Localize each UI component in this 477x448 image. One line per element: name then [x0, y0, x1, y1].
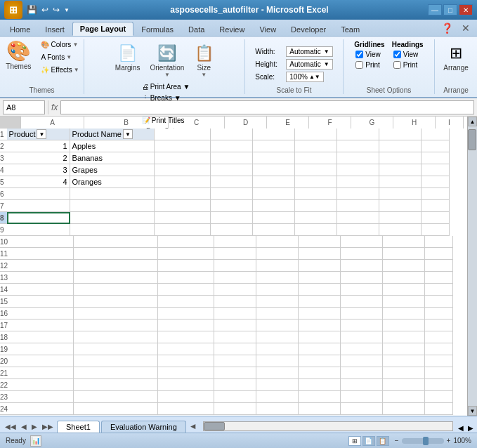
- cell-c23[interactable]: [158, 391, 214, 403]
- cell-d2[interactable]: [211, 140, 253, 152]
- cell-i13[interactable]: [425, 272, 453, 284]
- cell-d14[interactable]: [214, 284, 256, 296]
- cell-f5[interactable]: [295, 176, 337, 188]
- zoom-handle[interactable]: [423, 437, 429, 445]
- zoom-slider[interactable]: [402, 438, 444, 444]
- cell-b19[interactable]: [74, 343, 158, 355]
- cell-a14[interactable]: [11, 284, 74, 296]
- sheet-nav-first[interactable]: ◀◀: [3, 422, 18, 431]
- cell-e7[interactable]: [253, 200, 295, 212]
- cell-b9[interactable]: [70, 224, 155, 236]
- cell-h16[interactable]: [383, 308, 425, 319]
- cell-i2[interactable]: [422, 140, 450, 152]
- cell-e6[interactable]: [253, 188, 295, 200]
- cell-h24[interactable]: [383, 403, 425, 415]
- formula-input[interactable]: [60, 100, 474, 114]
- cell-g20[interactable]: [341, 355, 383, 367]
- cell-a9[interactable]: [7, 224, 70, 236]
- cell-e14[interactable]: [256, 284, 299, 296]
- cell-a3[interactable]: 2: [7, 152, 70, 164]
- cell-f8[interactable]: [295, 212, 337, 224]
- cell-f24[interactable]: [299, 403, 341, 415]
- cell-e18[interactable]: [256, 331, 299, 343]
- cell-c13[interactable]: [158, 272, 214, 284]
- cell-f19[interactable]: [299, 343, 341, 355]
- cell-c12[interactable]: [158, 260, 214, 272]
- cell-h21[interactable]: [383, 367, 425, 379]
- cell-c16[interactable]: [158, 308, 214, 319]
- sheet-nav-next[interactable]: ▶: [30, 422, 39, 431]
- zoom-in-btn[interactable]: +: [447, 437, 451, 444]
- cell-f11[interactable]: [299, 248, 341, 260]
- cell-f7[interactable]: [295, 200, 337, 212]
- cell-g5[interactable]: [337, 176, 379, 188]
- cell-f15[interactable]: [299, 296, 341, 308]
- sheet-nav-last[interactable]: ▶▶: [40, 422, 55, 431]
- cell-c21[interactable]: [158, 367, 214, 379]
- cell-b14[interactable]: [74, 284, 158, 296]
- cell-f12[interactable]: [299, 260, 341, 272]
- cell-e15[interactable]: [256, 296, 299, 308]
- cell-h7[interactable]: [379, 200, 422, 212]
- tab-page-layout[interactable]: Page Layout: [72, 22, 133, 36]
- page-break-view-btn[interactable]: 📋: [377, 436, 389, 446]
- cell-b7[interactable]: [70, 200, 155, 212]
- cell-a1[interactable]: Product ▼: [7, 129, 70, 140]
- orientation-button[interactable]: 🔄 Orientation ▼: [145, 42, 188, 80]
- cell-g17[interactable]: [341, 319, 383, 331]
- cell-a22[interactable]: [11, 379, 74, 391]
- cell-e13[interactable]: [256, 272, 299, 284]
- cell-e17[interactable]: [256, 319, 299, 331]
- cell-h18[interactable]: [383, 331, 425, 343]
- cell-d6[interactable]: [211, 188, 253, 200]
- cell-b17[interactable]: [74, 319, 158, 331]
- close-btn[interactable]: ✕: [459, 4, 473, 15]
- cell-f2[interactable]: [295, 140, 337, 152]
- minimize-btn[interactable]: —: [428, 4, 442, 15]
- cell-e12[interactable]: [256, 260, 299, 272]
- scale-field[interactable]: 100% ▲▼: [286, 72, 323, 82]
- gridlines-print-checkbox[interactable]: [355, 61, 363, 69]
- cell-e20[interactable]: [256, 355, 299, 367]
- cell-e9[interactable]: [253, 224, 295, 236]
- cell-g16[interactable]: [341, 308, 383, 319]
- cell-i7[interactable]: [422, 200, 450, 212]
- cell-a18[interactable]: [11, 331, 74, 343]
- cell-h10[interactable]: [383, 236, 425, 248]
- cell-e4[interactable]: [253, 164, 295, 176]
- tab-formulas[interactable]: Formulas: [134, 23, 181, 36]
- cell-b4[interactable]: Grapes: [70, 164, 155, 176]
- cell-e19[interactable]: [256, 343, 299, 355]
- cell-i14[interactable]: [425, 284, 453, 296]
- cell-d22[interactable]: [214, 379, 256, 391]
- cell-a4[interactable]: 3: [7, 164, 70, 176]
- cell-a6[interactable]: [7, 188, 70, 200]
- cell-c15[interactable]: [158, 296, 214, 308]
- cell-c9[interactable]: [155, 224, 211, 236]
- page-layout-view-btn[interactable]: 📄: [362, 436, 375, 446]
- cell-d10[interactable]: [214, 236, 256, 248]
- cell-i9[interactable]: [422, 224, 450, 236]
- cell-d15[interactable]: [214, 296, 256, 308]
- cell-h5[interactable]: [379, 176, 422, 188]
- office-button[interactable]: ⊞: [4, 1, 22, 19]
- h-scroll-thumb[interactable]: [204, 422, 225, 430]
- cell-c8[interactable]: [155, 212, 211, 224]
- cell-f18[interactable]: [299, 331, 341, 343]
- cell-d23[interactable]: [214, 391, 256, 403]
- tab-review[interactable]: Review: [212, 23, 251, 36]
- cell-h8[interactable]: [379, 212, 422, 224]
- cell-g18[interactable]: [341, 331, 383, 343]
- cell-a23[interactable]: [11, 391, 74, 403]
- cell-i5[interactable]: [422, 176, 450, 188]
- cell-e16[interactable]: [256, 308, 299, 319]
- cell-c7[interactable]: [155, 200, 211, 212]
- cell-d21[interactable]: [214, 367, 256, 379]
- cell-b5[interactable]: Oranges: [70, 176, 155, 188]
- h-scroll-right[interactable]: ▶: [466, 423, 476, 433]
- cell-c14[interactable]: [158, 284, 214, 296]
- cell-g21[interactable]: [341, 367, 383, 379]
- cell-f14[interactable]: [299, 284, 341, 296]
- cell-b13[interactable]: [74, 272, 158, 284]
- tab-team[interactable]: Team: [334, 23, 367, 36]
